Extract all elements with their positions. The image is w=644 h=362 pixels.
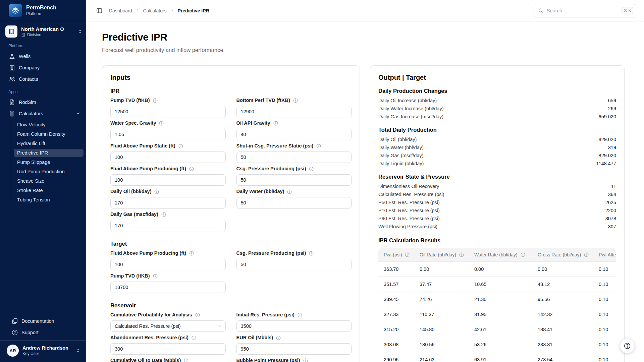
sidebar-item-support[interactable]: Support — [5, 327, 81, 338]
org-switcher[interactable]: North American Opera Division — [5, 25, 83, 38]
table-cell: 327.33 — [378, 307, 414, 322]
sidebar-subitem-hydraulic-lift[interactable]: Hydraulic Lift — [14, 139, 84, 147]
daily-oil-bbl-day-input[interactable] — [110, 197, 226, 208]
chevrons-up-down-icon — [75, 348, 81, 353]
sidebar-footer: DocumentationSupport — [0, 314, 86, 340]
water-spec-gravity-input[interactable] — [110, 129, 226, 140]
table-cell: 233.81 — [532, 337, 593, 352]
col-header-water-rate-bbl-day: Water Rate (bbl/day) — [469, 248, 532, 261]
sidebar-item-calculators[interactable]: Calculators — [3, 108, 84, 119]
table-row: 290.96214.6363.91278.540.10 — [378, 352, 616, 362]
table-cell: 37.47 — [414, 277, 469, 292]
chevrons-up-down-icon — [77, 29, 83, 34]
initial-res-pressure-psi-input[interactable] — [236, 320, 352, 332]
field-label: Initial Res. Pressure (psi) — [236, 312, 352, 318]
daily-gas-mscf-day-input[interactable] — [110, 220, 226, 231]
info-icon[interactable] — [189, 166, 194, 172]
fluid-above-pump-producing-ft-input[interactable] — [110, 174, 226, 186]
info-icon[interactable] — [153, 274, 158, 279]
info-icon[interactable] — [191, 335, 197, 341]
sidebar-item-wells[interactable]: Wells — [3, 51, 84, 62]
table-cell: 0.00 — [469, 261, 532, 277]
pump-tvd-ftkb-input[interactable] — [110, 282, 226, 293]
info-icon[interactable] — [520, 252, 526, 257]
sidebar-subitem-pump-slippage[interactable]: Pump Slippage — [14, 158, 84, 166]
info-icon[interactable] — [195, 312, 200, 318]
table-cell: 0.10 — [593, 261, 616, 277]
sidebar-subitem-predictive-ipr[interactable]: Predictive IPR — [14, 149, 84, 157]
output-section-daily-production-changes: Daily Production Changes — [378, 88, 616, 94]
output-row-daily-gas-mscf-day: Daily Gas (mscf/day)829.020 — [378, 152, 616, 160]
sidebar-subitem-flow-velocity[interactable]: Flow Velocity — [14, 121, 84, 129]
search-box[interactable]: ⌘ K — [534, 4, 636, 17]
output-section-total-daily-production: Total Daily Production — [378, 127, 616, 133]
main-area: DashboardCalculatorsPredictive IPR ⌘ K P… — [86, 0, 644, 362]
field-label: Fluid Above Pump Producing (ft) — [110, 250, 226, 256]
info-icon[interactable] — [178, 143, 183, 149]
sidebar-subitem-stroke-rate[interactable]: Stroke Rate — [14, 186, 84, 194]
daily-water-bbl-day-input[interactable] — [236, 197, 352, 208]
fluid-above-pump-producing-ft-input[interactable] — [110, 259, 226, 270]
sidebar-subitem-sheave-size[interactable]: Sheave Size — [14, 177, 84, 185]
help-fab-button[interactable] — [620, 339, 635, 353]
search-input[interactable] — [547, 8, 619, 13]
bottom-perf-tvd-ftkb-input[interactable] — [236, 106, 352, 117]
info-icon[interactable] — [309, 166, 314, 172]
csg-pressure-producing-psi-input[interactable] — [236, 259, 352, 270]
info-icon[interactable] — [276, 335, 281, 341]
field-label: Oil API Gravity — [236, 120, 352, 126]
table-cell: 315.20 — [378, 322, 414, 337]
table-cell: 351.57 — [378, 277, 414, 292]
user-menu[interactable]: AR Andrew Richardson Key User — [0, 340, 86, 362]
sidebar-item-rodsim[interactable]: RodSim — [3, 97, 84, 108]
info-icon[interactable] — [287, 189, 292, 194]
sidebar-item-documentation[interactable]: Documentation — [5, 315, 81, 327]
info-icon[interactable] — [309, 251, 314, 256]
table-row: 339.4574.2621.3095.560.10 — [378, 292, 616, 307]
output-row-calculated-res-pressure-psi: Calculated Res. Pressure (psi)364 — [378, 190, 616, 198]
cumulative-probability-for-analysis-select[interactable]: Calculated Res. Pressure (psi) — [110, 320, 226, 332]
sidebar-subitem-foam-column-density[interactable]: Foam Column Density — [14, 130, 84, 138]
field: Cumulative Oil to Date (Mbbls) — [110, 358, 226, 362]
output-section-reservoir-state-pressure: Reservoir State & Pressure — [378, 174, 616, 180]
info-icon[interactable] — [183, 358, 189, 362]
oil-api-gravity-input[interactable] — [236, 129, 352, 140]
sidebar-subitem-tubing-tension[interactable]: Tubing Tension — [14, 196, 84, 204]
sidebar-item-contacts[interactable]: Contacts — [3, 73, 84, 85]
breadcrumb-dashboard[interactable]: Dashboard — [109, 8, 132, 13]
pump-tvd-ftkb-input[interactable] — [110, 106, 226, 117]
info-icon[interactable] — [316, 143, 321, 149]
csg-pressure-producing-psi-input[interactable] — [236, 174, 352, 186]
info-icon[interactable] — [293, 98, 298, 103]
sidebar-subitem-rod-pump-production[interactable]: Rod Pump Production — [14, 168, 84, 176]
shut-in-csg-pressure-static-psi-input[interactable] — [236, 152, 352, 163]
sidebar-item-company[interactable]: Company — [3, 62, 84, 73]
info-icon[interactable] — [405, 252, 410, 257]
sidebar-toggle-button[interactable] — [94, 5, 105, 16]
info-icon[interactable] — [459, 252, 464, 257]
col-header-gross-rate-bbl-day: Gross Rate (bbl/day) — [532, 248, 593, 261]
breadcrumb-calculators[interactable]: Calculators — [143, 8, 167, 13]
fluid-above-pump-static-ft-input[interactable] — [110, 152, 226, 163]
search-icon — [538, 8, 544, 13]
info-icon[interactable] — [189, 251, 194, 256]
eur-oil-mbbls-input[interactable] — [236, 343, 352, 355]
info-icon[interactable] — [153, 98, 158, 103]
layers-icon — [11, 6, 19, 14]
field-label: Daily Oil (bbl/day) — [110, 189, 226, 194]
info-icon[interactable] — [159, 121, 164, 126]
table-cell: 0.10 — [593, 292, 616, 307]
info-icon[interactable] — [297, 312, 303, 318]
info-icon[interactable] — [161, 212, 166, 217]
abandonment-res-pressure-psi-input[interactable] — [110, 343, 226, 355]
sidebar: PetroBench Platform North American Opera… — [0, 0, 86, 362]
table-cell: 0.10 — [593, 307, 616, 322]
info-icon[interactable] — [584, 252, 589, 257]
info-icon[interactable] — [303, 358, 308, 362]
info-icon[interactable] — [273, 121, 278, 126]
info-icon[interactable] — [154, 189, 159, 194]
table-cell: 145.80 — [414, 322, 469, 337]
field: Csg. Pressure Producing (psi) — [236, 250, 352, 270]
building-small-icon — [21, 33, 25, 37]
table-row: 315.20145.8042.61188.410.10 — [378, 322, 616, 337]
